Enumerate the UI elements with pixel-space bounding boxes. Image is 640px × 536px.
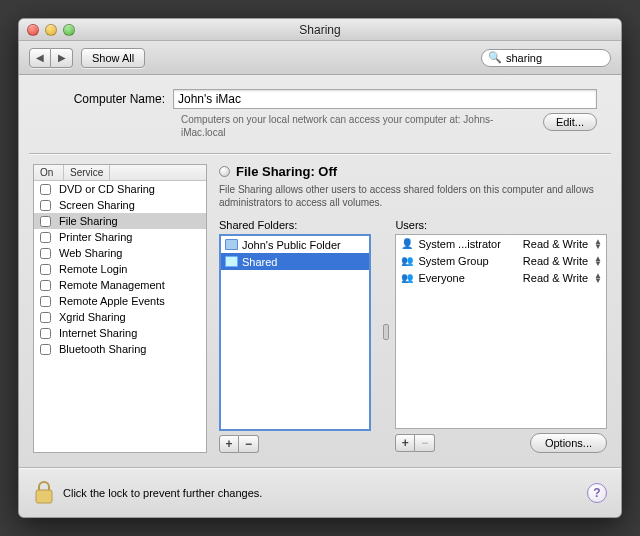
show-all-button[interactable]: Show All (81, 48, 145, 68)
user-permission[interactable]: Read & Write (523, 255, 590, 267)
group-icon: 👥 (400, 255, 414, 267)
permission-stepper[interactable]: ▲▼ (594, 273, 602, 283)
service-checkbox[interactable] (40, 232, 51, 243)
detail-panel: File Sharing: Off File Sharing allows ot… (219, 164, 607, 453)
folder-icon (225, 256, 238, 267)
search-icon: 🔍 (488, 51, 502, 64)
person-icon: 👤 (400, 238, 414, 250)
service-checkbox[interactable] (40, 312, 51, 323)
lock-text: Click the lock to prevent further change… (63, 487, 262, 499)
service-label: Remote Apple Events (59, 295, 165, 307)
user-name: System ...istrator (418, 238, 518, 250)
close-icon[interactable] (27, 24, 39, 36)
sharing-prefpane-window: Sharing ◀ ▶ Show All 🔍 ✕ Computer Name: … (18, 18, 622, 518)
titlebar: Sharing (19, 19, 621, 41)
main-area: On Service DVD or CD SharingScreen Shari… (19, 154, 621, 467)
service-label: DVD or CD Sharing (59, 183, 155, 195)
traffic-lights (19, 24, 75, 36)
service-checkbox[interactable] (40, 216, 51, 227)
service-row[interactable]: Screen Sharing (34, 197, 206, 213)
service-row[interactable]: Xgrid Sharing (34, 309, 206, 325)
minimize-icon[interactable] (45, 24, 57, 36)
service-label: Remote Login (59, 263, 128, 275)
service-row[interactable]: Remote Management (34, 277, 206, 293)
options-button[interactable]: Options... (530, 433, 607, 453)
help-button[interactable]: ? (587, 483, 607, 503)
service-row[interactable]: Internet Sharing (34, 325, 206, 341)
user-row[interactable]: 👥EveryoneRead & Write▲▼ (396, 269, 606, 286)
service-label: File Sharing (59, 215, 118, 227)
add-user-button[interactable]: + (395, 434, 415, 452)
remove-folder-button[interactable]: − (239, 435, 259, 453)
folder-name: Shared (242, 256, 277, 268)
service-label: Remote Management (59, 279, 165, 291)
users-pane: Users: 👤System ...istratorRead & Write▲▼… (395, 219, 607, 453)
nav-segment: ◀ ▶ (29, 48, 73, 68)
forward-button[interactable]: ▶ (51, 48, 73, 68)
shared-folder-row[interactable]: John's Public Folder (221, 236, 369, 253)
service-row[interactable]: DVD or CD Sharing (34, 181, 206, 197)
shared-folders-list[interactable]: John's Public FolderShared (219, 234, 371, 431)
shared-folder-row[interactable]: Shared (221, 253, 369, 270)
service-label: Internet Sharing (59, 327, 137, 339)
service-checkbox[interactable] (40, 280, 51, 291)
remove-user-button[interactable]: − (415, 434, 435, 452)
content-area: Computer Name: Computers on your local n… (19, 75, 621, 467)
back-button[interactable]: ◀ (29, 48, 51, 68)
service-row[interactable]: Printer Sharing (34, 229, 206, 245)
status-description: File Sharing allows other users to acces… (219, 183, 607, 209)
shared-folders-label: Shared Folders: (219, 219, 371, 231)
status-title: File Sharing: Off (236, 164, 337, 179)
service-checkbox[interactable] (40, 184, 51, 195)
shared-folders-pane: Shared Folders: John's Public FolderShar… (219, 219, 371, 453)
zoom-icon[interactable] (63, 24, 75, 36)
service-checkbox[interactable] (40, 248, 51, 259)
edit-hostname-button[interactable]: Edit... (543, 113, 597, 131)
permission-stepper[interactable]: ▲▼ (594, 239, 602, 249)
computer-name-note: Computers on your local network can acce… (181, 113, 543, 139)
service-row[interactable]: Remote Login (34, 261, 206, 277)
service-label: Xgrid Sharing (59, 311, 126, 323)
folder-name: John's Public Folder (242, 239, 341, 251)
status-led-icon (219, 166, 230, 177)
status-row: File Sharing: Off (219, 164, 607, 179)
users-label: Users: (395, 219, 607, 231)
users-list[interactable]: 👤System ...istratorRead & Write▲▼👥System… (395, 234, 607, 429)
computer-name-label: Computer Name: (43, 92, 173, 106)
lock-icon[interactable] (33, 480, 55, 506)
service-checkbox[interactable] (40, 344, 51, 355)
user-permission[interactable]: Read & Write (523, 238, 590, 250)
service-checkbox[interactable] (40, 296, 51, 307)
services-panel: On Service DVD or CD SharingScreen Shari… (33, 164, 207, 453)
services-header: On Service (34, 165, 206, 181)
service-checkbox[interactable] (40, 328, 51, 339)
service-row[interactable]: Web Sharing (34, 245, 206, 261)
search-input[interactable] (506, 52, 622, 64)
col-on[interactable]: On (34, 165, 64, 180)
user-permission[interactable]: Read & Write (523, 272, 590, 284)
service-row[interactable]: Remote Apple Events (34, 293, 206, 309)
computer-name-field[interactable] (173, 89, 597, 109)
user-row[interactable]: 👤System ...istratorRead & Write▲▼ (396, 235, 606, 252)
folder-icon (225, 239, 238, 250)
user-name: System Group (418, 255, 518, 267)
window-title: Sharing (19, 23, 621, 37)
panes-row: Shared Folders: John's Public FolderShar… (219, 219, 607, 453)
service-row[interactable]: File Sharing (34, 213, 206, 229)
user-row[interactable]: 👥System GroupRead & Write▲▼ (396, 252, 606, 269)
service-row[interactable]: Bluetooth Sharing (34, 341, 206, 357)
service-checkbox[interactable] (40, 200, 51, 211)
search-field[interactable]: 🔍 ✕ (481, 49, 611, 67)
toolbar: ◀ ▶ Show All 🔍 ✕ (19, 41, 621, 75)
service-checkbox[interactable] (40, 264, 51, 275)
services-list[interactable]: On Service DVD or CD SharingScreen Shari… (33, 164, 207, 453)
col-service[interactable]: Service (64, 165, 110, 180)
add-folder-button[interactable]: + (219, 435, 239, 453)
service-label: Printer Sharing (59, 231, 132, 243)
user-name: Everyone (418, 272, 518, 284)
svg-rect-0 (36, 490, 52, 503)
permission-stepper[interactable]: ▲▼ (594, 256, 602, 266)
group-icon: 👥 (400, 272, 414, 284)
service-label: Web Sharing (59, 247, 122, 259)
service-label: Screen Sharing (59, 199, 135, 211)
